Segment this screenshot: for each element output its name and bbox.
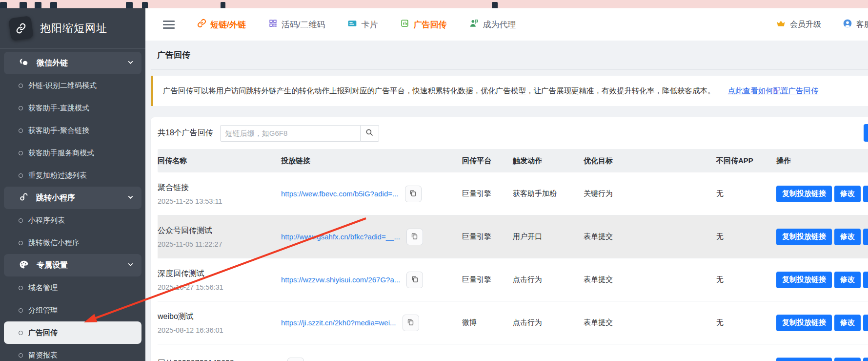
edit-button[interactable]: 修改: [834, 229, 861, 245]
search-input[interactable]: [220, 125, 361, 142]
sidebar: 抱阳缩短网址 微信外链 外链-识别二维码模式 获客助手-直跳模式 获客助手-聚合…: [0, 8, 145, 361]
sidebar-item-direct-jump[interactable]: 获客助手-直跳模式: [0, 97, 145, 119]
tab-live-qrcode[interactable]: 活码/二维码: [268, 19, 325, 30]
delete-button[interactable]: 删除: [863, 358, 868, 361]
no-app-value: 无: [716, 275, 776, 284]
sidebar-item-domain-management[interactable]: 域名管理: [0, 276, 145, 299]
copy-icon: [411, 275, 419, 285]
copy-link-button[interactable]: 复制投放链接: [776, 358, 832, 361]
copy-link-button[interactable]: 复制投放链接: [776, 315, 832, 331]
no-app-value: 无: [716, 318, 776, 327]
add-callback-button[interactable]: 添加: [864, 124, 868, 142]
tab-become-agent[interactable]: 成为代理: [469, 19, 516, 31]
tab-card[interactable]: 卡片: [347, 19, 378, 31]
copy-link-button[interactable]: 复制投放链接: [776, 186, 832, 202]
browser-mark: [0, 2, 7, 8]
app-title: 抱阳缩短网址: [40, 21, 107, 36]
bullet-icon: [19, 151, 23, 155]
delete-button[interactable]: 删除: [863, 229, 868, 245]
bullet-icon: [19, 353, 23, 358]
delete-button[interactable]: 删除: [863, 272, 868, 288]
table-row: 回传20250730145628 复制投放链接 修改 删除: [158, 344, 868, 361]
palette-icon: [19, 259, 29, 272]
hamburger-menu-icon[interactable]: [163, 19, 175, 31]
bullet-icon: [19, 173, 23, 178]
copy-link-button[interactable]: 复制投放链接: [776, 272, 832, 288]
delete-button[interactable]: 删除: [863, 186, 868, 202]
browser-mark: [50, 2, 57, 8]
callback-count-label: 共18个广告回传: [158, 128, 213, 138]
bullet-icon: [19, 128, 23, 133]
callback-name: 聚合链接: [158, 183, 281, 193]
campaign-url-link[interactable]: https://wew.fbevc.com/b5iG?adid=...: [281, 190, 399, 198]
top-navbar: 短链/外链 活码/二维码 卡片 广告回传 成为代理 会: [145, 8, 868, 41]
goal-value: 关键行为: [584, 189, 716, 198]
banner-help-link[interactable]: 点此查看如何配置广告回传: [728, 86, 819, 96]
campaign-url-link[interactable]: http://www.gsahfx.cn/bfkc?adid=__...: [281, 233, 400, 241]
trigger-value: 获客助手加粉: [513, 189, 584, 198]
copy-url-button[interactable]: [406, 272, 423, 288]
topnav-right: 会员升级 客服: [776, 19, 868, 31]
sidebar-group-miniprogram[interactable]: 跳转小程序: [4, 187, 141, 209]
sidebar-item-miniprogram-list[interactable]: 小程序列表: [0, 209, 145, 232]
copy-link-button[interactable]: 复制投放链接: [776, 229, 832, 245]
edit-button[interactable]: 修改: [834, 186, 861, 202]
page-title: 广告回传: [157, 49, 190, 61]
browser-edge-strip: [0, 0, 868, 8]
tab-short-links[interactable]: 短链/外链: [197, 19, 246, 30]
browser-mark: [20, 2, 27, 8]
browser-mark: [221, 2, 225, 8]
edit-button[interactable]: 修改: [834, 315, 861, 331]
service-icon: [843, 19, 852, 30]
info-banner: 广告回传可以将用户访问跳转外链产生的转化动作上报到对应的广告平台，快速积累转化数…: [151, 76, 868, 106]
sidebar-item-dedup-filter[interactable]: 重复加粉过滤列表: [0, 164, 145, 187]
campaign-url-link[interactable]: https://ji.szzit.cn/2kh0?media=wei...: [281, 319, 396, 327]
copy-url-button[interactable]: [406, 229, 423, 245]
callback-created: 2025-10-27 15:56:31: [158, 283, 281, 291]
page-title-bar: 广告回传: [151, 41, 868, 70]
col-header-name: 回传名称: [158, 156, 281, 166]
sidebar-item-group-management[interactable]: 分组管理: [0, 299, 145, 321]
trigger-value: 点击行为: [513, 275, 584, 284]
copy-url-button[interactable]: [287, 358, 304, 361]
content-area: 广告回传 广告回传可以将用户访问跳转外链产生的转化动作上报到对应的广告平台，快速…: [145, 41, 868, 361]
table-toolbar: 共18个广告回传 添加: [158, 117, 868, 149]
table-row: weibo测试 2025-08-12 16:36:01 https://ji.s…: [158, 301, 868, 344]
browser-mark: [35, 2, 41, 8]
sidebar-group-wechat-links[interactable]: 微信外链: [4, 52, 141, 74]
search-group: [220, 125, 379, 142]
member-upgrade-button[interactable]: 会员升级: [776, 19, 821, 31]
search-icon: [365, 128, 374, 138]
callback-created: 2025-11-25 13:53:11: [158, 197, 281, 205]
col-header-trigger: 触发动作: [513, 156, 584, 166]
edit-button[interactable]: 修改: [834, 272, 861, 288]
logo: 抱阳缩短网址: [0, 8, 145, 49]
col-header-actions: 操作: [776, 156, 868, 166]
search-button[interactable]: [361, 125, 379, 142]
delete-button[interactable]: 删除: [863, 315, 868, 331]
edit-button[interactable]: 修改: [834, 358, 861, 361]
no-app-value: 无: [716, 232, 776, 241]
app-shell: 抱阳缩短网址 微信外链 外链-识别二维码模式 获客助手-直跳模式 获客助手-聚合…: [0, 8, 868, 361]
sidebar-item-service-provider[interactable]: 获客助手服务商模式: [0, 142, 145, 164]
customer-service-button[interactable]: 客服: [843, 19, 868, 30]
sidebar-item-aggregate-link[interactable]: 获客助手-聚合链接: [0, 119, 145, 142]
sidebar-nav: 微信外链 外链-识别二维码模式 获客助手-直跳模式 获客助手-聚合链接 获客助手…: [0, 49, 145, 361]
chevron-down-icon: [127, 193, 134, 202]
platform-value: 微博: [462, 318, 513, 327]
qrcode-icon: [268, 19, 278, 30]
callback-name: weibo测试: [158, 312, 281, 322]
copy-url-button[interactable]: [403, 315, 419, 331]
campaign-url-link[interactable]: https://wzzvw.shiyisui.com/267G?a...: [281, 276, 400, 284]
copy-url-button[interactable]: [405, 186, 422, 202]
sidebar-item-qrcode-mode[interactable]: 外链-识别二维码模式: [0, 74, 145, 97]
sidebar-item-jump-wechat-miniprogram[interactable]: 跳转微信小程序: [0, 232, 145, 254]
copy-icon: [409, 189, 417, 199]
sidebar-group-exclusive-settings[interactable]: 专属设置: [4, 254, 141, 276]
miniprogram-icon: [19, 192, 28, 204]
sidebar-item-lead-report[interactable]: 留资报表: [0, 344, 145, 361]
card-icon: [347, 19, 357, 31]
sidebar-item-ad-callback[interactable]: 广告回传: [4, 321, 141, 344]
tab-ad-callback[interactable]: 广告回传: [400, 19, 446, 30]
agent-icon: [469, 19, 479, 31]
